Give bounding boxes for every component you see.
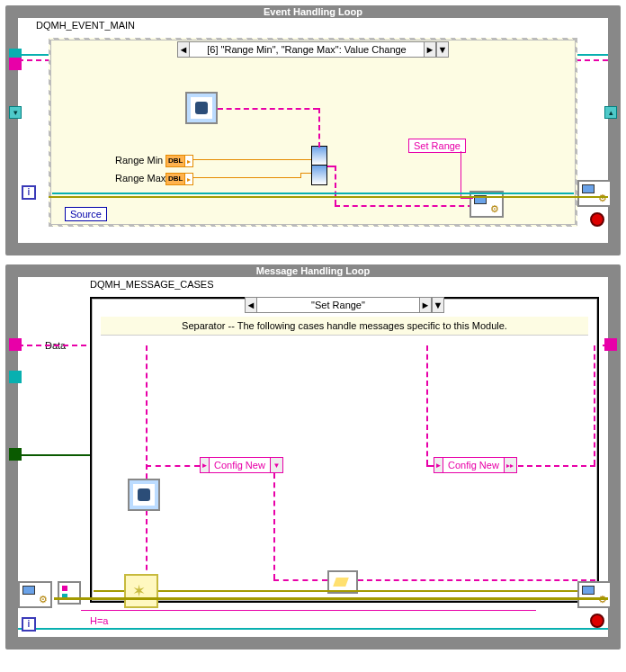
range-min-label: Range Min [115,155,163,166]
range-max-terminal[interactable]: DBL▸ [165,172,193,185]
dqmh-broadcast-node[interactable] [577,180,612,207]
case-prev-button-2[interactable]: ◄ [245,297,257,313]
wire-max-h2 [300,173,311,174]
case-next-button[interactable]: ► [424,41,436,58]
wire-min [192,159,311,160]
match-label: H=a [90,615,109,626]
case-dropdown-button-2[interactable]: ▼ [432,297,444,313]
event-handling-loop: Event Handling Loop DQMH_EVENT_MAIN ▾ ▴ … [5,5,621,255]
dequeue-node[interactable] [18,581,52,608]
case-prev-button[interactable]: ◄ [177,41,190,58]
iteration-terminal-2: i [22,617,36,632]
variant-node[interactable] [58,581,81,605]
wire-ref-bottom [52,193,574,194]
case-next-button-2[interactable]: ► [419,297,432,313]
event-case-selector[interactable]: ◄ [6] "Range Min", "Range Max": Value Ch… [177,41,449,58]
stop-indicator [590,212,604,227]
wire-cfg1-to-edit [273,579,327,581]
bundle-node[interactable] [311,146,327,185]
wire-bus-outer [54,597,608,600]
wire-bundle-out-h [327,166,335,167]
case-comment: Separator -- The following cases handle … [101,317,588,336]
wire-max-h1 [192,177,300,178]
process-vi[interactable]: ✶ [124,574,158,608]
class-constant-node-2[interactable] [128,479,160,511]
enqueue-node[interactable] [470,191,504,218]
msg-loop-title: Message Handling Loop [18,264,608,277]
case-structure: ◄ "Set Range" ► ▼ Separator -- The follo… [90,297,599,603]
wire-to-cfg1 [146,465,200,467]
wire-cfg2-out-v [594,345,595,465]
shiftreg-right[interactable]: ▴ [604,106,617,119]
wire-ref-outer [18,628,608,630]
event-case-text: [6] "Range Min", "Range Max": Value Chan… [190,41,424,58]
wire-error-out [49,196,608,198]
shiftreg-left[interactable]: ▾ [9,106,22,119]
msg-loop-struct-label: DQMH_MESSAGE_CASES [90,279,214,290]
wire-bundle-to-q [335,205,473,207]
range-max-label: Range Max [115,173,165,184]
broadcast-node-2[interactable] [577,581,612,608]
range-min-terminal[interactable]: DBL▸ [165,154,193,167]
wire-cfg2-out [518,465,595,467]
config-new-1[interactable]: ► Config New ▼ [200,457,283,473]
wire-magenta-outer [81,610,536,611]
wire-bus-bot [94,590,595,592]
iteration-terminal: i [22,185,36,200]
wire-setrange-to-q [461,198,473,199]
case-dropdown-button[interactable]: ▼ [436,41,449,58]
message-handling-loop: Message Handling Loop DQMH_MESSAGE_CASES… [5,264,621,650]
wire-class-h [218,108,318,110]
tunnel-ref-left [9,371,22,383]
msg-case-text: "Set Range" [257,297,419,313]
wire-green-h [18,454,92,456]
event-loop-title: Event Handling Loop [18,5,608,18]
wire-edit-out [358,579,595,581]
wire-cfg1-down [273,473,275,579]
class-constant-node[interactable] [185,92,218,124]
stop-indicator-2 [590,614,604,628]
msg-case-selector[interactable]: ◄ "Set Range" ► ▼ [245,297,444,313]
tunnel-magenta-left [9,58,22,70]
wire-to-cfg2 [426,465,434,467]
event-loop-struct-label: DQMH_EVENT_MAIN [36,20,135,31]
wire-bundle-out-v [335,166,336,205]
wire-class-v [318,108,320,148]
source-terminal[interactable]: Source [65,207,107,221]
wire-setrange-v [461,151,461,198]
wire-data-split-v2 [426,345,428,465]
set-range-string[interactable]: Set Range [408,139,466,153]
wire-data-split-v [146,345,148,579]
config-new-2[interactable]: ► Config New ▸▸ [434,457,517,473]
event-structure: ◄ [6] "Range Min", "Range Max": Value Ch… [49,38,577,227]
